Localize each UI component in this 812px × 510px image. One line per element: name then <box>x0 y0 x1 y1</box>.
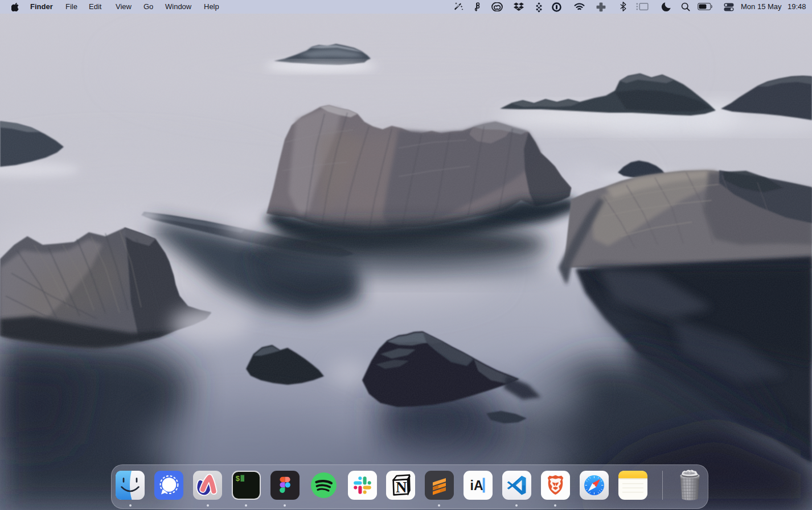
svg-text:N: N <box>396 479 407 496</box>
svg-text:iA: iA <box>470 478 483 493</box>
svg-text:$: $ <box>236 475 240 483</box>
